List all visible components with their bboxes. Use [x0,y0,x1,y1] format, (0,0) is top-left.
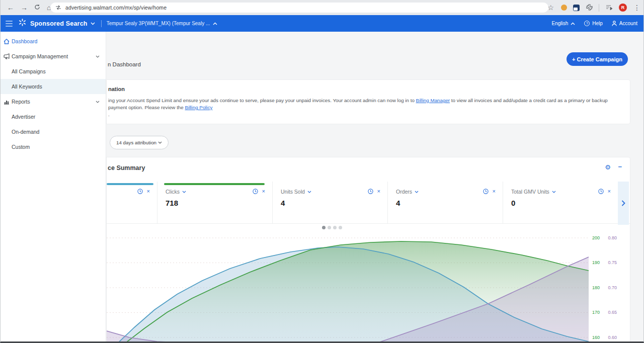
axis-tick-secondary: 0.65 [600,310,617,315]
attribution-clock-icon[interactable] [483,189,489,194]
chevron-down-icon[interactable] [91,22,95,25]
extension-blue-icon[interactable] [573,5,580,11]
browser-profile-avatar[interactable]: R [619,4,627,12]
metric-value: 4 [281,199,285,207]
metric-label: Units Sold [281,189,305,195]
performance-chart-area [107,232,589,343]
axis-tick-primary: 170 [589,310,600,315]
sidebar-item-all-campaigns[interactable]: All Campaigns [1,64,106,79]
help-link[interactable]: ? Help [584,21,603,26]
device-icon[interactable] [606,4,613,11]
browser-toolbar: ← → ⌂ advertising.walmart.com/mx/sp/view… [1,0,644,15]
metrics-row: × Clicks 718 × Units Sold 4 × [107,182,631,224]
metric-value: 0 [511,199,515,207]
attribution-clock-icon[interactable] [598,189,604,194]
attribution-dropdown-value: 14 days attribution [116,140,156,145]
notice-text: . [108,112,110,117]
sidebar-item-custom[interactable]: Custom [1,139,106,154]
notice-body: ing your Account Spend Limit and ensure … [108,97,626,118]
sidebar-item-on-demand[interactable]: On-demand [1,124,106,139]
chevron-down-icon[interactable] [552,191,556,193]
axis-tick-primary: 180 [589,285,600,290]
axis-tick-primary: 160 [589,335,600,340]
metric-value: 4 [396,199,400,207]
create-campaign-button[interactable]: + Create Campaign [567,52,628,66]
reload-icon[interactable] [34,4,40,11]
metric-label: Total GMV Units [511,189,549,195]
sidebar-item-label: All Keywords [12,83,42,90]
chart-right-axis: 2000.80 1900.75 1800.70 1700.65 1600.60 [589,232,631,343]
sidebar-item-campaign-management[interactable]: Campaign Management [1,49,106,64]
billing-manager-link[interactable]: Billing Manager [416,98,450,103]
carousel-dots[interactable] [322,226,342,229]
page-title: n Dashboard [108,61,141,67]
remove-metric-icon[interactable]: × [493,189,496,194]
metric-card-total-gmv-units[interactable]: Total GMV Units 0 × [503,182,618,224]
megaphone-icon [4,53,11,59]
chevron-up-icon [571,22,575,25]
axis-tick-secondary: 0.75 [600,260,617,265]
metric-label: Clicks [166,189,180,195]
walmart-spark-icon [19,19,26,28]
notice-title: nation [108,86,125,92]
advertiser-switcher[interactable]: Tempur Sealy 3P(WMT_MX) (Tempur Sealy ..… [107,21,210,26]
billing-notice-card: nation ing your Account Spend Limit and … [106,79,630,124]
metric-card-partial[interactable]: × [107,182,157,224]
remove-metric-icon[interactable]: × [147,189,150,194]
back-icon[interactable]: ← [7,4,14,11]
extensions-puzzle-icon[interactable] [586,4,593,12]
remove-metric-icon[interactable]: × [608,189,611,194]
extension-orange-icon[interactable] [561,5,567,11]
chevron-down-icon[interactable] [96,55,100,58]
carousel-dot[interactable] [333,226,337,229]
sidebar-item-reports[interactable]: Reports [1,94,106,109]
carousel-dot[interactable] [322,226,326,229]
bookmark-star-icon[interactable]: ☆ [547,4,554,11]
bar-chart-icon [4,99,11,105]
collapse-minus-icon[interactable]: − [618,163,622,170]
remove-metric-icon[interactable]: × [262,189,265,194]
metric-card-units-sold[interactable]: Units Sold 4 × [272,182,387,224]
help-icon: ? [584,21,590,26]
header-divider [101,20,102,27]
attribution-dropdown[interactable]: 14 days attribution [110,136,169,149]
sidebar-item-dashboard[interactable]: Dashboard [1,34,106,49]
metric-color-bar [107,183,153,185]
chevron-down-icon[interactable] [182,191,186,193]
sidebar-item-label: Advertiser [12,114,35,120]
chevron-down-icon[interactable] [307,191,311,193]
axis-tick-secondary: 0.70 [600,285,617,290]
site-settings-icon[interactable] [55,5,61,10]
remove-metric-icon[interactable]: × [377,189,380,194]
chevron-up-icon[interactable] [213,22,217,25]
forward-icon[interactable]: → [21,4,28,11]
sidebar-item-advertiser[interactable]: Advertiser [1,109,106,124]
sidebar-nav: Dashboard Campaign Management All Campai… [1,32,106,343]
product-title[interactable]: Sponsored Search [30,20,88,27]
person-icon [612,21,617,26]
account-menu[interactable]: Account [612,21,637,26]
hamburger-menu-icon[interactable] [6,19,13,28]
metric-card-orders[interactable]: Orders 4 × [387,182,503,224]
metric-card-clicks[interactable]: Clicks 718 × [157,182,272,224]
gear-icon[interactable]: ⚙ [605,163,611,171]
attribution-clock-icon[interactable] [137,189,143,194]
axis-tick-primary: 190 [589,260,600,265]
billing-policy-link[interactable]: Billing Policy [185,105,212,110]
language-selector[interactable]: English [551,21,575,26]
attribution-clock-icon[interactable] [368,189,373,194]
carousel-dot[interactable] [339,226,342,229]
chevron-down-icon[interactable] [415,191,419,193]
attribution-clock-icon[interactable] [253,189,258,194]
address-bar[interactable]: advertising.walmart.com/mx/sp/view/home [50,3,548,13]
performance-chart [107,232,589,343]
sidebar-item-all-keywords[interactable]: All Keywords [1,79,106,94]
carousel-next-button[interactable] [618,182,629,225]
chevron-down-icon[interactable] [96,101,100,103]
kebab-menu-icon[interactable]: ⋮ [633,4,640,11]
toolbar-divider [599,4,599,12]
carousel-dot[interactable] [328,226,331,229]
metric-label: Orders [396,189,412,195]
sidebar-item-label: Dashboard [12,38,37,44]
metric-color-bar [164,183,265,185]
